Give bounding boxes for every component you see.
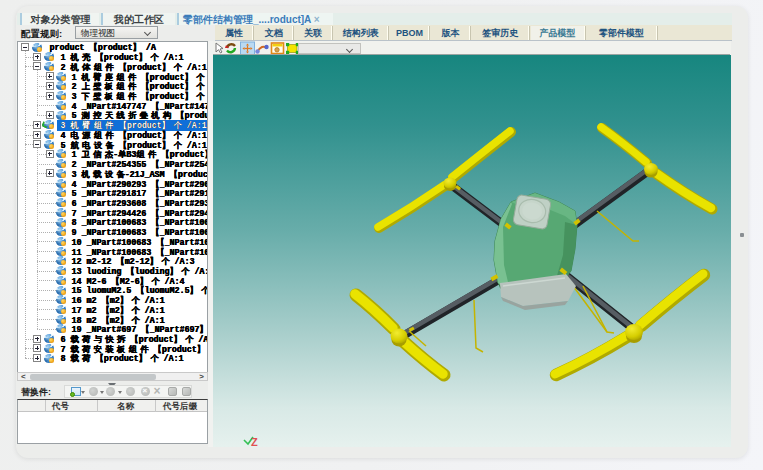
svg-text:Z: Z xyxy=(251,436,258,447)
